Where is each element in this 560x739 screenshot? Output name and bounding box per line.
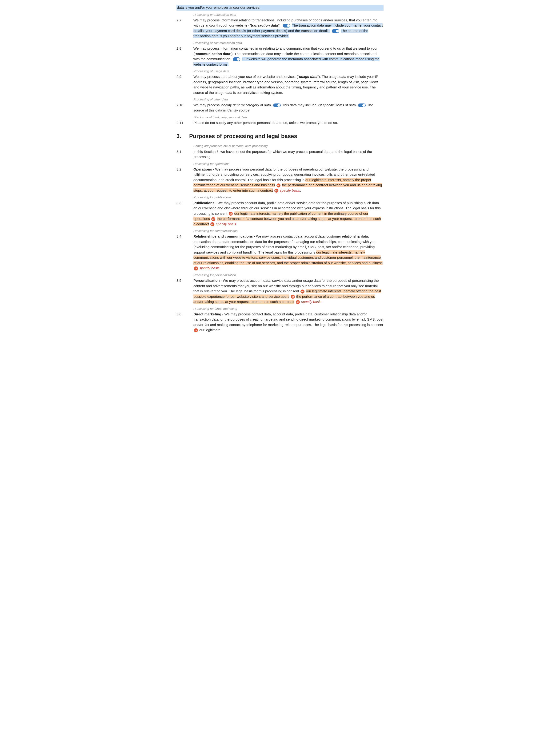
subsection-2-7: 2.7 We may process information relating … — [176, 18, 384, 39]
content-3-2: Operations - We may process your persona… — [193, 167, 384, 193]
section-2-items: Processing of transaction data 2.7 We ma… — [176, 12, 384, 126]
content-2-11: Please do not supply any other person's … — [193, 120, 384, 126]
top-highlight-bar: data is you and/or your employer and/or … — [176, 5, 384, 11]
or-badge-3-5-1: or — [300, 290, 304, 294]
label-2-7: Processing of transaction data — [193, 12, 384, 17]
label-2-10: Processing of other data — [193, 97, 384, 102]
specify-basis-3-3: specify basis — [216, 222, 236, 226]
or-badge-3-3-2: or — [211, 217, 215, 221]
subsection-3-4: 3.4 Relationships and communications - W… — [176, 234, 384, 271]
label-3-6: Processing for direct marketing — [193, 306, 384, 311]
label-2-11: Disclosure of third party personal data — [193, 115, 384, 120]
label-3-1: Setting out purposes etc of personal dat… — [193, 144, 384, 148]
label-3-4: Processing for communications — [193, 229, 384, 233]
or-badge-3-5-3: or — [296, 300, 300, 304]
subsection-3-1: 3.1 In this Section 3, we have set out t… — [176, 149, 384, 160]
label-2-8: Processing of communication data — [193, 41, 384, 45]
toggle-2-7-2[interactable] — [332, 29, 339, 33]
document-container: data is you and/or your employer and/or … — [176, 5, 384, 333]
subsection-3-6: 3.6 Direct marketing - We may process co… — [176, 312, 384, 333]
section-3-items: Setting out purposes etc of personal dat… — [176, 144, 384, 333]
specify-basis-3-4: specify basis — [199, 266, 220, 270]
num-3-3: 3.3 — [176, 200, 193, 227]
num-3-4: 3.4 — [176, 234, 193, 271]
label-2-9: Processing of usage data — [193, 69, 384, 73]
or-badge-3-4-1: or — [194, 267, 198, 271]
or-badge-3-3-3: or — [211, 222, 215, 226]
toggle-2-10-1[interactable] — [273, 104, 281, 107]
num-3-6: 3.6 — [176, 312, 193, 333]
specify-basis-3-2: specify basis — [280, 188, 300, 192]
section-3-title: Purposes of processing and legal bases — [189, 132, 297, 140]
label-3-2: Processing for operations — [193, 162, 384, 166]
subsection-3-3: 3.3 Publications - We may process accoun… — [176, 200, 384, 227]
specify-basis-3-5: specify basis — [301, 300, 321, 304]
subsection-2-10: 2.10 We may process identify general cat… — [176, 103, 384, 113]
num-3-5: 3.5 — [176, 278, 193, 305]
highlight-2-8-1: Our website will generate the metadata a… — [193, 57, 380, 66]
content-3-5: Personalisation - We may process account… — [193, 278, 384, 305]
highlight-3-4-1: our legitimate interests, namely communi… — [193, 250, 383, 265]
num-3-2: 3.2 — [176, 167, 193, 193]
content-3-1: In this Section 3, we have set out the p… — [193, 149, 384, 160]
subsection-3-5: 3.5 Personalisation - We may process acc… — [176, 278, 384, 305]
section-3-num: 3. — [176, 132, 185, 140]
num-2-10: 2.10 — [176, 103, 193, 113]
label-3-5: Processing for personalisation — [193, 273, 384, 278]
toggle-2-7-1[interactable] — [283, 24, 290, 27]
subsection-3-2: 3.2 Operations - We may process your per… — [176, 167, 384, 193]
content-2-9: We may process data about your use of ou… — [193, 74, 384, 95]
content-2-8: We may process information contained in … — [193, 46, 384, 67]
toggle-2-8-1[interactable] — [233, 57, 240, 61]
toggle-2-10-2[interactable] — [358, 104, 366, 107]
num-2-7: 2.7 — [176, 18, 193, 39]
num-2-8: 2.8 — [176, 46, 193, 67]
or-badge-3-2-1: or — [276, 183, 280, 187]
or-badge-3-6-1: or — [194, 328, 198, 332]
or-badge-3-5-2: or — [291, 295, 295, 299]
or-badge-3-3-1: or — [229, 212, 233, 216]
content-3-3: Publications - We may process account da… — [193, 200, 384, 227]
subsection-2-8: 2.8 We may process information contained… — [176, 46, 384, 67]
or-badge-3-2-2: or — [274, 189, 278, 193]
num-2-9: 2.9 — [176, 74, 193, 95]
num-3-1: 3.1 — [176, 149, 193, 160]
content-3-6: Direct marketing - We may process contac… — [193, 312, 384, 333]
subsection-2-11: 2.11 Please do not supply any other pers… — [176, 120, 384, 126]
section-3-header: 3. Purposes of processing and legal base… — [176, 132, 384, 140]
content-3-4: Relationships and communications - We ma… — [193, 234, 384, 271]
num-2-11: 2.11 — [176, 120, 193, 126]
top-highlight-text: data is you and/or your employer and/or … — [177, 5, 260, 9]
content-2-10: We may process identify general category… — [193, 103, 384, 113]
content-2-7: We may process information relating to t… — [193, 18, 384, 39]
subsection-2-9: 2.9 We may process data about your use o… — [176, 74, 384, 95]
label-3-3: Processing for publications — [193, 195, 384, 200]
